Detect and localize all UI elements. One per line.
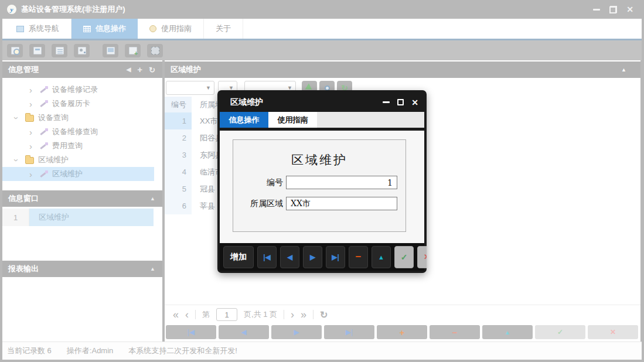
row-number-cell: 1 [165,112,192,129]
dialog-close-icon[interactable]: ✕ [411,98,418,107]
first-page-icon[interactable]: « [173,309,179,320]
dialog-action-button[interactable]: |◀ [257,246,277,268]
tab-label: 信息操作 [96,23,126,34]
last-page-icon[interactable]: » [301,309,306,320]
toolbar-icon [107,47,115,54]
open-window-list-item[interactable]: 1 区域维护 [2,209,154,226]
dialog-maximize-icon[interactable] [397,99,404,105]
chevron-down-icon: ▼ [206,85,211,91]
record-action-button[interactable]: ▶ [271,325,322,339]
system-message: 本系统支持二次开发和全新开发! [128,346,237,356]
button-glyph: ✕ [424,252,427,261]
dialog-tab-user-guide[interactable]: 使用指南 [268,112,317,128]
refresh-icon[interactable]: ↻ [149,66,155,74]
tree-item[interactable]: 费用查询 [2,139,162,153]
tree-item-label: 设备查询 [38,112,69,123]
collapse-up-icon[interactable]: ▲ [621,67,626,73]
document-button[interactable] [52,44,67,57]
tree-item[interactable]: 设备维修记录 [2,83,162,97]
page-label-suffix: 页,共 1 页 [244,309,277,320]
user-terminal-button[interactable] [74,44,90,57]
dialog-action-button[interactable]: ✕ [417,246,427,268]
dialog-action-button[interactable]: ▶| [326,246,345,268]
toolbar-icon [129,47,137,54]
button-glyph: ▶ [294,328,299,336]
tab-user-guide[interactable]: 使用指南 [138,19,204,39]
button-glyph: ▶| [332,253,339,261]
record-action-button[interactable]: ◀ [219,325,269,339]
add-icon[interactable]: + [137,65,142,74]
selection-button[interactable] [147,44,163,57]
tree-item[interactable]: 区域维护 [2,167,154,181]
record-action-button[interactable]: ✕ [588,325,638,339]
sidebar: 信息管理 ◀ + ↻ 设备维修记录 设备履历卡 [2,60,162,341]
close-icon[interactable]: ✕ [626,5,633,13]
record-action-bar: |◀ ◀ ▶ ▶| + − [166,325,638,340]
table-add-button[interactable] [125,44,141,57]
app-title: 基站设备管理系统(非注册用户) [21,4,125,15]
dialog-action-button[interactable]: 增加 [223,246,254,268]
record-action-button[interactable]: ▲ [482,325,533,339]
row-number-cell: 2 [165,129,192,146]
monitor-button[interactable] [103,44,118,57]
record-action-button[interactable]: − [430,325,480,339]
next-page-icon[interactable]: › [291,309,294,320]
button-glyph: ✓ [557,328,563,336]
button-glyph: ✕ [610,328,616,336]
id-field[interactable] [286,176,397,189]
collapse-up-icon[interactable]: ▲ [150,196,155,202]
prev-page-icon[interactable]: ‹ [185,309,189,320]
node-icon [25,157,34,164]
record-action-button[interactable]: + [377,325,427,339]
button-glyph: |◀ [263,253,271,261]
dialog-action-bar: 增加 |◀ ◀ ▶ ▶| − [220,243,424,271]
reload-icon[interactable]: ↻ [320,309,328,320]
collapse-left-icon[interactable]: ◀ [127,67,131,73]
panel-title: 区域维护 [171,64,201,75]
tab-info-ops[interactable]: 信息操作 [71,19,138,39]
search-records-button[interactable] [7,44,23,57]
tree-item[interactable]: 设备履历卡 [2,97,162,111]
tree-item[interactable]: 区域维护 [2,153,162,167]
collapse-up-icon[interactable]: ▲ [150,267,155,272]
page-number-input[interactable] [216,308,237,321]
tab-system-nav[interactable]: 系统导航 [5,19,71,39]
divider [284,310,284,319]
region-form: 区域维护 编号 所属区域 [233,139,406,232]
button-glyph: 增加 [230,252,247,262]
region-field[interactable] [286,197,397,210]
toolbar-icon [33,47,42,54]
button-glyph: ◀ [241,328,246,336]
node-icon [39,100,48,107]
pagination-bar: « ‹ 第 页,共 1 页 › » ↻ [165,305,640,324]
column-header-id: 编号 [165,97,192,112]
filter-select-1[interactable]: ▼ [166,81,214,95]
toolbar-icon [151,47,159,54]
node-icon [39,142,48,149]
divider [313,310,314,319]
dialog-action-button[interactable]: ▲ [372,246,391,268]
dialog-tab-info-ops[interactable]: 信息操作 [220,112,268,128]
report-output-panel-header: 报表输出 ▲ [2,261,162,277]
row-number-cell: 3 [165,146,192,163]
minimize-icon[interactable] [593,9,600,11]
dialog-action-button[interactable]: − [349,246,368,268]
record-action-button[interactable]: |◀ [166,325,216,339]
button-glyph: ✓ [401,252,408,262]
dialog-action-button[interactable]: ▶ [303,246,322,268]
tree-item-label: 区域维护 [38,155,69,165]
dialog-action-button[interactable]: ✓ [394,246,414,268]
info-management-panel-header: 信息管理 ◀ + ↻ [2,62,162,78]
tree-item[interactable]: 设备维修查询 [2,125,162,139]
tree-item[interactable]: 设备查询 [2,111,162,125]
tab-about[interactable]: 关于 [204,19,243,39]
dialog-minimize-icon[interactable] [383,101,390,103]
record-action-button[interactable]: ✓ [535,325,585,339]
restore-icon[interactable] [609,6,617,13]
form-view-button[interactable] [29,44,45,57]
record-action-button[interactable]: ▶| [324,325,374,339]
dialog-action-button[interactable]: ◀ [280,246,299,268]
tree-item-label: 设备维修查询 [52,127,98,137]
chevron-icon [29,128,38,136]
row-number-cell: 5 [165,180,192,197]
